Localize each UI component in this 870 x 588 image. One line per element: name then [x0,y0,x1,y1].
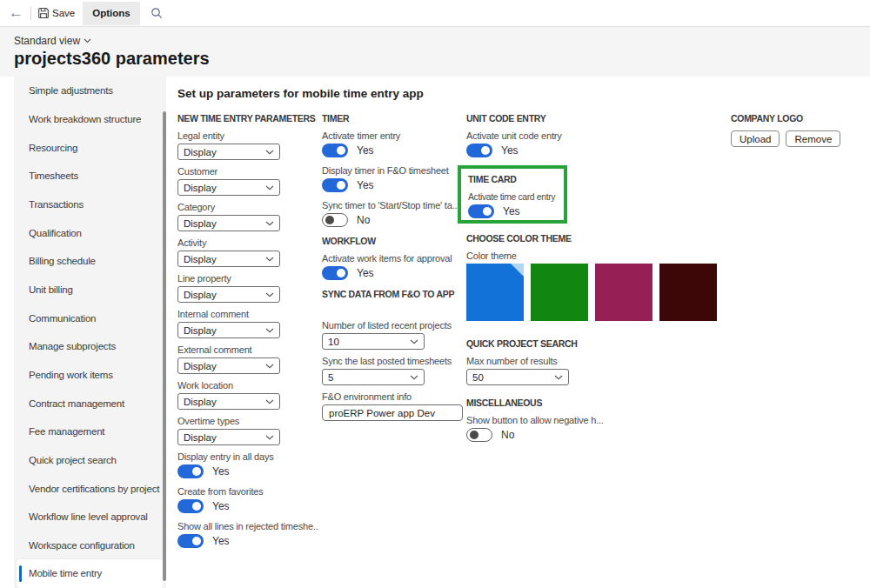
field-label: External comment [177,344,318,356]
field-display-entry-in-all-days: Display entry in all daysYes [177,451,318,478]
sidebar-item-quick-project-search[interactable]: Quick project search [17,446,164,475]
save-button[interactable]: Save [37,7,75,19]
field-label: Create from favorites [177,486,318,498]
sidebar-item-resourcing[interactable]: Resourcing [17,133,164,162]
color-swatch-4[interactable] [659,264,717,321]
field-activate-work-items-for-approval: Activate work items for approvalYes [322,253,466,280]
overtime-types-dropdown[interactable]: Display [177,429,280,445]
field-max-number-of-results: Max number of results50 [466,356,727,385]
sidebar-item-pending-work-items[interactable]: Pending work items [17,361,164,390]
dropdown-value: Display [184,361,265,371]
chevron-down-icon [265,399,274,404]
field-sync-the-last-posted-timesheets: Sync the last posted timesheets5 [322,356,466,385]
chevron-down-icon [265,185,274,190]
show-all-lines-in-rejected-timeshe-toggle[interactable] [177,534,204,548]
field-label: Color theme [466,251,610,262]
external-comment-dropdown[interactable]: Display [177,357,280,374]
view-selector[interactable]: Standard view [14,35,91,47]
dropdown-value: 5 [328,372,410,383]
options-tab[interactable]: Options [83,2,139,25]
section-header: CHOOSE COLOR THEME [466,233,727,244]
customer-dropdown[interactable]: Display [177,179,280,196]
sidebar-item-unit-billing[interactable]: Unit billing [17,276,164,304]
toggle-knob [481,146,490,155]
line-property-dropdown[interactable]: Display [177,286,280,303]
sidebar-item-work-breakdown-structure[interactable]: Work breakdown structure [17,105,164,134]
display-timer-in-f-o-timesheet-toggle[interactable] [322,178,348,192]
sync-timer-to-start-stop-time-ta-toggle[interactable] [322,213,348,227]
toggle-state-label: Yes [357,179,374,191]
field-external-comment: External commentDisplay [177,344,318,374]
field-label: Show all lines in rejected timeshe... [177,521,318,532]
sidebar-item-contract-management[interactable]: Contract management [17,389,164,418]
activate-work-items-for-approval-toggle[interactable] [322,266,348,280]
color-swatch-2[interactable] [531,264,588,321]
back-arrow-icon[interactable]: ← [9,5,23,20]
section-header: MISCELLANEOUS [466,398,727,408]
sidebar-item-transactions[interactable]: Transactions [17,190,164,219]
field-label: Line property [177,273,318,284]
sidebar-item-workspace-configuration[interactable]: Workspace configuration [17,531,164,560]
dropdown-value: Display [184,290,265,300]
legal-entity-dropdown[interactable]: Display [177,144,280,160]
category-dropdown[interactable]: Display [177,215,280,231]
number-of-listed-recent-projects-dropdown[interactable]: 10 [322,333,425,350]
sidebar-nav: Simple adjustmentsWork breakdown structu… [14,77,166,588]
field-create-from-favorites: Create from favoritesYes [177,486,318,513]
dropdown-value: Display [184,325,265,336]
page-header: Standard view projects360 parameters [0,27,870,77]
search-icon[interactable] [151,7,163,19]
sidebar-item-vendor-certifications-by-project[interactable]: Vendor certifications by project [17,474,164,503]
f-o-environment-info-input[interactable]: proERP Power app Dev [322,404,463,421]
dropdown-value: Display [184,147,265,157]
field-label: Display entry in all days [177,451,318,463]
display-entry-in-all-days-toggle[interactable] [177,464,204,478]
sidebar-item-billing-schedule[interactable]: Billing schedule [17,247,164,276]
field-label: Activate work items for approval [322,253,465,264]
max-number-of-results-dropdown[interactable]: 50 [466,369,569,385]
field-display-timer-in-f-o-timesheet: Display timer in F&O timesheetYes [322,165,466,192]
field-label: Sync the last posted timesheets [322,356,465,367]
field-label: Overtime types [177,416,318,427]
remove-button[interactable]: Remove [786,130,840,147]
color-swatch-3[interactable] [595,264,652,321]
sidebar-item-qualification[interactable]: Qualification [17,218,164,247]
sync-the-last-posted-timesheets-dropdown[interactable]: 5 [322,369,425,385]
dropdown-value: Display [184,397,265,407]
activate-time-card-entry-toggle[interactable] [468,204,494,218]
sidebar-item-timesheets[interactable]: Timesheets [17,162,164,190]
color-swatch-1[interactable] [466,264,524,321]
sidebar-item-simple-adjustments[interactable]: Simple adjustments [17,77,164,105]
sidebar-item-communication[interactable]: Communication [17,304,164,332]
section-header: SYNC DATA FROM F&O TO APP [322,289,466,299]
section-header: UNIT CODE ENTRY [466,113,727,124]
internal-comment-dropdown[interactable]: Display [177,322,280,338]
section-header: QUICK PROJECT SEARCH [466,338,727,349]
chevron-down-icon [265,257,274,262]
create-from-favorites-toggle[interactable] [177,499,204,513]
save-icon [37,7,50,19]
field-activate-timer-entry: Activate timer entryYes [322,130,466,157]
work-location-dropdown[interactable]: Display [177,393,280,410]
sidebar-item-manage-subprojects[interactable]: Manage subprojects [17,332,164,361]
toggle-knob [192,537,201,545]
toggle-knob [470,431,478,439]
activate-timer-entry-toggle[interactable] [322,144,348,157]
input-value: proERP Power app Dev [329,408,435,418]
activate-unit-code-entry-toggle[interactable] [466,144,492,157]
sidebar-scrollbar[interactable] [163,111,166,581]
activity-dropdown[interactable]: Display [177,251,280,267]
field-label: Number of listed recent projects [322,320,465,331]
show-button-to-allow-negative-h-toggle[interactable] [466,428,492,442]
toggle-knob [325,216,334,224]
chevron-down-icon [265,435,274,440]
upload-button[interactable]: Upload [731,130,780,147]
chevron-down-icon [265,221,274,226]
chevron-down-icon [265,292,274,297]
field-internal-comment: Internal commentDisplay [177,309,318,338]
field-label: Activate unit code entry [466,130,610,142]
sidebar-item-mobile-time-entry[interactable]: Mobile time entry [17,559,164,588]
toggle-knob [337,269,345,277]
sidebar-item-fee-management[interactable]: Fee management [17,418,164,446]
sidebar-item-workflow-line-level-approval[interactable]: Workflow line level approval [17,503,164,531]
